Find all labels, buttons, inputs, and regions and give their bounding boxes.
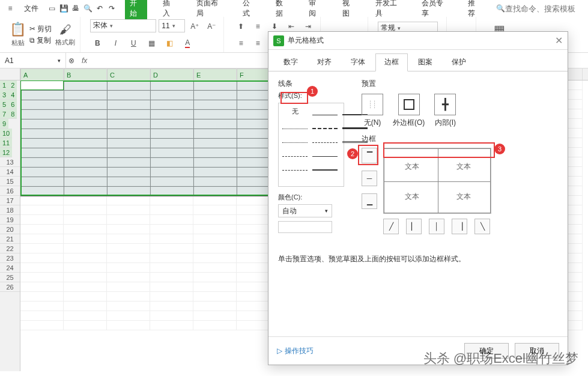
underline-button[interactable]: U bbox=[126, 36, 141, 50]
border-right-button[interactable]: ▕ bbox=[452, 219, 467, 234]
cell[interactable] bbox=[150, 282, 193, 292]
line-style-7[interactable] bbox=[312, 135, 338, 143]
cell[interactable] bbox=[107, 302, 150, 311]
font-color-button[interactable]: A bbox=[180, 36, 195, 50]
row-header[interactable]: 11 bbox=[0, 138, 12, 148]
cell[interactable] bbox=[107, 311, 150, 321]
row-header[interactable]: 21 bbox=[0, 234, 20, 244]
row-header[interactable]: 1 bbox=[0, 80, 8, 90]
cell[interactable] bbox=[150, 273, 193, 282]
cell[interactable] bbox=[20, 196, 64, 205]
preset-inside[interactable]: ╋ 内部(I) bbox=[434, 94, 456, 128]
cell[interactable] bbox=[20, 215, 64, 225]
border-button[interactable]: ▦ bbox=[144, 36, 159, 50]
row-header[interactable]: 20 bbox=[0, 225, 20, 234]
file-menu[interactable]: 文件 bbox=[24, 4, 38, 14]
border-hmid-button[interactable]: ─ bbox=[362, 171, 377, 186]
paste-button[interactable]: 📋 粘贴 bbox=[10, 22, 26, 47]
row-header[interactable]: 15 bbox=[0, 177, 20, 186]
cell[interactable] bbox=[150, 244, 193, 253]
cell[interactable] bbox=[193, 292, 237, 302]
border-diag2-button[interactable]: ╲ bbox=[474, 219, 490, 234]
cell[interactable] bbox=[193, 321, 237, 330]
preset-outline[interactable]: 外边框(O) bbox=[393, 94, 425, 128]
row-header[interactable]: 9 bbox=[0, 119, 8, 129]
row-header[interactable]: 12 bbox=[0, 148, 12, 157]
dtab-pattern[interactable]: 图案 bbox=[409, 53, 441, 71]
row-header[interactable]: 2 bbox=[8, 80, 17, 90]
cell[interactable] bbox=[150, 234, 193, 244]
cell[interactable] bbox=[64, 263, 107, 273]
qa-new-icon[interactable]: ▭ bbox=[46, 2, 58, 14]
row-header[interactable]: 8 bbox=[8, 109, 17, 119]
cell[interactable] bbox=[107, 196, 150, 205]
cell[interactable] bbox=[20, 292, 64, 302]
col-header[interactable]: A bbox=[20, 68, 64, 82]
cell[interactable] bbox=[193, 225, 237, 234]
cell[interactable] bbox=[64, 234, 107, 244]
cell[interactable] bbox=[64, 311, 107, 321]
dtab-font[interactable]: 字体 bbox=[342, 53, 374, 71]
row-header[interactable]: 16 bbox=[0, 186, 20, 196]
italic-button[interactable]: I bbox=[108, 36, 123, 50]
cell[interactable] bbox=[64, 292, 107, 302]
cell[interactable] bbox=[107, 244, 150, 253]
cell[interactable] bbox=[20, 253, 64, 263]
border-vmid-button[interactable]: │ bbox=[429, 219, 444, 234]
copy-button[interactable]: ⧉ 复制 bbox=[29, 35, 52, 46]
cell[interactable] bbox=[107, 225, 150, 234]
cell[interactable] bbox=[193, 253, 237, 263]
cell[interactable] bbox=[193, 282, 237, 292]
line-style-4[interactable] bbox=[282, 162, 308, 171]
cell[interactable] bbox=[107, 234, 150, 244]
qa-redo-icon[interactable]: ↷ bbox=[106, 2, 118, 14]
cell[interactable] bbox=[150, 215, 193, 225]
dtab-border[interactable]: 边框 bbox=[375, 53, 408, 71]
cell[interactable] bbox=[193, 234, 237, 244]
row-header[interactable]: 7 bbox=[0, 109, 8, 119]
cell[interactable] bbox=[20, 282, 64, 292]
border-top-button[interactable]: ▔ bbox=[362, 148, 377, 163]
col-header[interactable]: E bbox=[193, 68, 237, 82]
line-style-1[interactable] bbox=[282, 121, 308, 129]
cell[interactable] bbox=[64, 282, 107, 292]
col-header[interactable]: D bbox=[150, 68, 193, 82]
cell[interactable] bbox=[20, 273, 64, 282]
cell[interactable] bbox=[20, 234, 64, 244]
cell[interactable] bbox=[20, 205, 64, 215]
cell[interactable] bbox=[64, 225, 107, 234]
name-box[interactable]: A1▾ bbox=[0, 53, 66, 68]
col-header[interactable]: C bbox=[107, 68, 150, 82]
cell[interactable] bbox=[64, 244, 107, 253]
row-header[interactable]: 26 bbox=[0, 282, 20, 292]
line-style-6[interactable] bbox=[312, 121, 338, 129]
preset-none[interactable]: ┊┊ 无(N) bbox=[362, 94, 383, 128]
hamburger-icon[interactable]: ≡ bbox=[5, 3, 16, 14]
cell[interactable] bbox=[20, 225, 64, 234]
cell[interactable] bbox=[193, 311, 237, 321]
row-header[interactable]: 18 bbox=[0, 205, 20, 215]
qa-undo-icon[interactable]: ↶ bbox=[94, 2, 106, 14]
select-all-corner[interactable] bbox=[0, 68, 20, 80]
cell[interactable] bbox=[107, 215, 150, 225]
cell[interactable] bbox=[150, 311, 193, 321]
font-name-select[interactable]: 宋体▾ bbox=[90, 19, 156, 32]
color-select[interactable]: 自动▾ bbox=[278, 204, 332, 217]
row-header[interactable]: 25 bbox=[0, 273, 20, 282]
row-header[interactable]: 19 bbox=[0, 215, 20, 225]
cell[interactable] bbox=[107, 253, 150, 263]
row-header[interactable]: 13 bbox=[0, 157, 20, 167]
cell[interactable] bbox=[150, 205, 193, 215]
cell[interactable] bbox=[107, 321, 150, 330]
row-header[interactable]: 10 bbox=[0, 129, 12, 138]
font-size-select[interactable]: 11▾ bbox=[159, 19, 185, 32]
cell[interactable] bbox=[64, 215, 107, 225]
cell[interactable] bbox=[107, 282, 150, 292]
close-icon[interactable]: ✕ bbox=[555, 35, 563, 46]
search-input[interactable] bbox=[505, 4, 583, 13]
cell[interactable] bbox=[20, 321, 64, 330]
line-style-none[interactable]: 无 bbox=[282, 107, 308, 115]
border-diag1-button[interactable]: ╱ bbox=[383, 219, 399, 234]
qa-save-icon[interactable]: 💾 bbox=[58, 2, 70, 14]
cell[interactable] bbox=[193, 273, 237, 282]
